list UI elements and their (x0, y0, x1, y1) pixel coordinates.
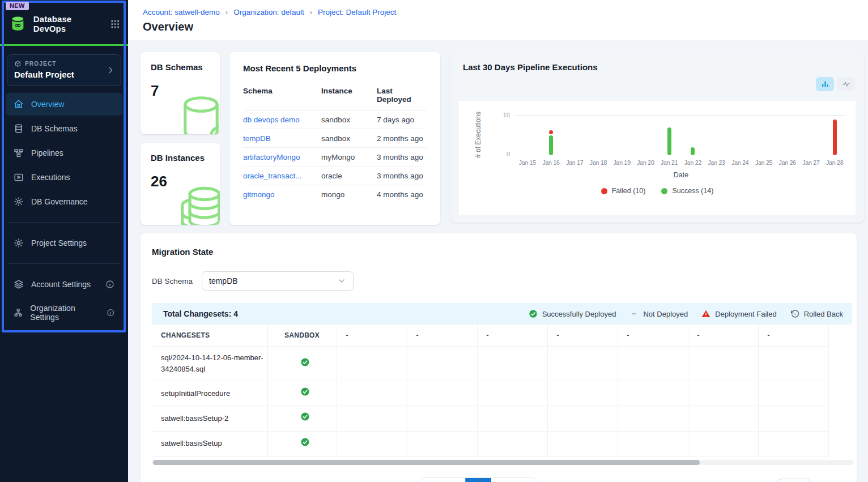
changeset-empty-cell (758, 431, 828, 456)
changeset-sandbox-status-cell (267, 381, 337, 406)
schema-link[interactable]: oracle_transact... (243, 172, 302, 180)
bar-chart-toggle-button[interactable] (816, 77, 834, 91)
status-legend: Successfully DeployedNot DeployedDeploym… (529, 309, 843, 318)
changeset-name-cell: satwell:basisSetup (152, 431, 267, 456)
changeset-empty-cell (618, 406, 688, 431)
sidebar-item-account-settings[interactable]: Account Settings (6, 273, 122, 296)
changeset-empty-cell (337, 381, 407, 406)
deployment-row-instance: mongo (321, 185, 377, 203)
chart-bar-slot (752, 116, 776, 155)
schema-link[interactable]: tempDB (243, 134, 271, 143)
rollback-icon (790, 309, 799, 318)
status-legend-item: Rolled Back (790, 309, 843, 318)
changesets-summary-bar: Total Changesets: 4 Successfully Deploye… (152, 303, 852, 325)
check-circle-icon (300, 387, 310, 396)
breadcrumb-separator: › (225, 8, 228, 16)
breadcrumb-organization[interactable]: Organization: default (233, 8, 304, 16)
sidebar-item-label: DB Governance (31, 197, 88, 206)
breadcrumb-account[interactable]: Account: satwell-demo (143, 8, 220, 16)
deployments-column-header: Schema (243, 81, 321, 110)
status-legend-item: Successfully Deployed (529, 309, 616, 318)
chart-bar-stack (549, 130, 553, 155)
project-selector[interactable]: PROJECT Default Project (7, 54, 121, 86)
changeset-sandbox-status-cell (267, 347, 337, 381)
sidebar-item-executions[interactable]: Executions (6, 166, 122, 189)
deployment-row-last-deployed: 3 months ago (377, 167, 427, 185)
chart-type-toggle (816, 77, 855, 91)
schema-link[interactable]: artifactoryMongo (243, 153, 300, 161)
changesets-table: CHANGESETSSANDBOX-------sql/2024-10-14-1… (152, 325, 829, 457)
app-logo-icon: ∞ (8, 14, 28, 34)
info-icon[interactable] (107, 308, 114, 317)
deployment-row-last-deployed: 3 months ago (377, 148, 427, 167)
chart-bar-slot (657, 116, 681, 155)
x-tick-label: Jan 28 (823, 159, 846, 166)
breadcrumb-project[interactable]: Project: Default Project (318, 8, 396, 16)
sidebar-item-db-schemas[interactable]: DB Schemas (6, 117, 122, 140)
sidebar-item-label: Account Settings (31, 280, 91, 289)
stat-card-title: DB Instances (151, 153, 210, 163)
svg-text:∞: ∞ (15, 20, 21, 29)
sidebar-item-label: DB Schemas (31, 124, 78, 133)
changeset-empty-cell (477, 381, 547, 406)
scrollbar-thumb[interactable] (153, 460, 700, 465)
sidebar-item-pipelines[interactable]: Pipelines (6, 142, 122, 164)
changeset-empty-cell (688, 347, 758, 381)
deployment-row-instance: oracle (321, 167, 377, 185)
changesets-column-header: - (547, 325, 618, 347)
project-cube-icon (14, 60, 22, 67)
chart-plot-area (516, 116, 846, 155)
chart-legend-item: Failed (10) (601, 187, 646, 195)
changesets-column-header: - (337, 325, 407, 347)
line-chart-toggle-button[interactable] (837, 77, 855, 91)
chart-bar-slot (610, 116, 634, 155)
deployments-title: Most Recent 5 Deployments (243, 63, 427, 73)
changeset-empty-cell (337, 431, 407, 456)
breadcrumb-separator: › (310, 8, 312, 16)
org-icon (14, 308, 23, 318)
new-badge: NEW (6, 2, 29, 10)
x-tick-label: Jan 19 (610, 159, 634, 166)
success-bar-segment (549, 135, 553, 155)
x-tick-label: Jan 15 (516, 159, 539, 166)
sidebar-item-db-governance[interactable]: DB Governance (6, 190, 122, 213)
brand-divider (0, 44, 128, 46)
database-outline-icon (175, 91, 220, 134)
database-stack-icon (175, 182, 220, 225)
stat-card-title: DB Schemas (151, 62, 210, 72)
chart-bar-slot (586, 116, 610, 155)
sidebar-item-project-settings[interactable]: Project Settings (6, 232, 122, 254)
status-legend-label: Deployment Failed (715, 310, 776, 318)
sidebar-item-organization-settings[interactable]: Organization Settings (6, 297, 122, 328)
next-page-button[interactable]: Next (491, 478, 541, 482)
db-schema-select[interactable]: tempDB (202, 271, 354, 291)
database-icon (14, 123, 24, 134)
changeset-name-cell: sql/2024-10-14-12-06-member-34240854.sql (152, 347, 267, 381)
db-instances-stat-card: DB Instances 26 (141, 143, 220, 225)
page-size-control: Show 10 per page (751, 479, 848, 482)
check-circle-icon (300, 437, 310, 447)
db-schema-select-value: tempDB (209, 276, 238, 285)
db-schemas-stat-card: DB Schemas 7 (141, 52, 220, 134)
deployment-row-schema: db devops demo (243, 110, 321, 129)
prev-page-button[interactable]: Prev (415, 478, 465, 482)
app-switcher-icon[interactable] (110, 19, 120, 29)
legend-color-dot (601, 188, 607, 194)
check-circle-icon (300, 412, 310, 421)
gear-icon (14, 238, 24, 248)
page-size-select[interactable]: 10 (777, 479, 811, 482)
deployments-table: SchemaInstanceLast Deployeddb devops dem… (243, 81, 427, 203)
sidebar-item-overview[interactable]: Overview (6, 93, 122, 116)
changeset-empty-cell (758, 406, 828, 431)
current-page-button[interactable]: 1 (465, 478, 491, 482)
status-legend-item: Not Deployed (629, 309, 688, 318)
info-icon[interactable] (105, 280, 114, 289)
schema-link[interactable]: db devops demo (243, 116, 300, 124)
breadcrumb: Account: satwell-demo › Organization: de… (143, 8, 853, 16)
horizontal-scrollbar[interactable] (152, 460, 853, 465)
x-axis-label: Date (516, 171, 846, 179)
layers-icon (14, 279, 24, 289)
schema-link[interactable]: gitmongo (243, 190, 275, 199)
changesets-column-header: - (758, 325, 828, 347)
deployment-row-schema: oracle_transact... (243, 167, 321, 185)
